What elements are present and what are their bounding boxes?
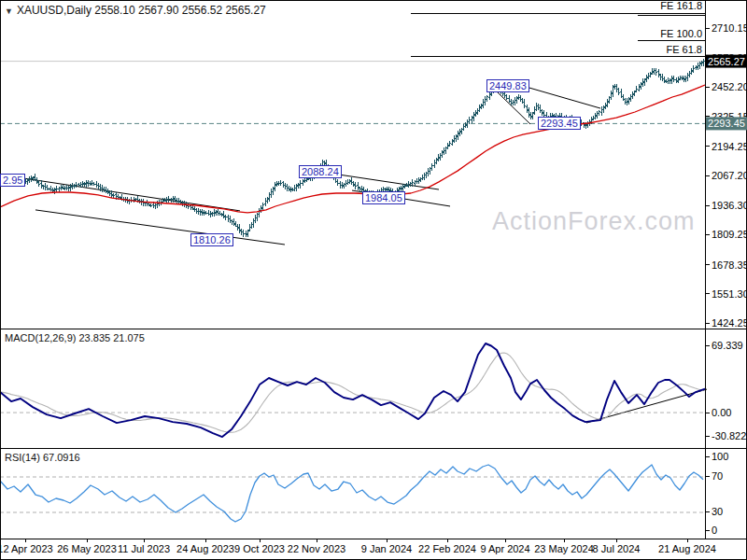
- rsi-axis-label: 100: [712, 451, 728, 462]
- chart-border: [1, 1, 747, 560]
- price-label-1810.26[interactable]: 1810.26: [190, 233, 233, 246]
- price-axis-label: 1551.30: [712, 288, 747, 300]
- price-axis-label: 1809.25: [712, 229, 747, 240]
- fib-extension-label: FE 61.8: [666, 44, 702, 55]
- collapse-icon[interactable]: ▼: [5, 7, 13, 16]
- price-axis-label: 2710.15: [712, 22, 747, 34]
- fib-extension-label: FE 100.0: [660, 28, 702, 39]
- date-axis-label: 9 Jan 2024: [361, 543, 412, 554]
- rsi-axis-label: 30: [712, 506, 723, 517]
- price-label-2088.24[interactable]: 2088.24: [299, 165, 342, 178]
- rsi-axis-label: 0: [712, 525, 717, 536]
- trendline[interactable]: [497, 91, 530, 124]
- rsi-indicator-label: RSI(14) 67.0916: [5, 452, 80, 463]
- chart-window: ActionForex.com FE 161.8FE 100.0FE 61.82…: [0, 0, 747, 560]
- date-axis-label: 9 Oct 2023: [234, 543, 285, 554]
- date-axis-label: 22 Feb 2024: [418, 543, 476, 554]
- macd-main-line: [0, 343, 705, 437]
- date-axis-label: 24 Aug 2023: [176, 543, 234, 554]
- chart-title: ▼XAUUSD,Daily 2558.10 2567.90 2556.52 25…: [5, 4, 266, 17]
- fib-extension-label: FE 161.8: [660, 0, 702, 11]
- candlestick-series: [1, 59, 705, 238]
- date-axis-label: 22 Nov 2023: [288, 543, 345, 554]
- price-axis-label: 2194.25: [712, 141, 747, 152]
- rsi-axis-label: 70: [712, 470, 723, 482]
- current-price-box-label: 2565.27: [708, 56, 745, 67]
- date-axis-label: 9 Apr 2024: [480, 543, 529, 554]
- date-axis-label: 8 Jul 2024: [593, 543, 641, 554]
- macd-axis-label: -30.822: [712, 430, 746, 441]
- price-label-1984.05[interactable]: 1984.05: [362, 191, 405, 204]
- price-axis-label: 1936.30: [712, 200, 747, 211]
- price-label-2293.45[interactable]: 2293.45: [538, 117, 581, 130]
- moving-average-line[interactable]: [0, 85, 705, 213]
- support-level-box-label: 2293.45: [708, 118, 745, 129]
- price-axis-label: 1424.25: [712, 317, 747, 329]
- macd-axis-label: 69.339: [712, 340, 743, 351]
- trendline[interactable]: [35, 210, 285, 245]
- symbol-period-label: XAUUSD,Daily: [17, 4, 92, 17]
- date-axis-label: 26 May 2023: [57, 543, 117, 554]
- date-axis-label: 21 Aug 2024: [658, 543, 716, 554]
- trendline[interactable]: [11, 176, 240, 211]
- macd-indicator-label: MACD(12,26,9) 23.835 21.075: [5, 332, 145, 343]
- price-axis-label: 1678.35: [712, 259, 747, 271]
- price-label-2.95[interactable]: 2.95: [0, 174, 25, 187]
- rsi-line: [0, 465, 703, 522]
- ohlc-values: 2558.10 2567.90 2556.52 2565.27: [94, 4, 266, 17]
- price-axis-label: 2452.20: [712, 81, 747, 92]
- date-axis-label: 11 Jul 2023: [118, 543, 170, 554]
- date-axis-label: 23 May 2024: [534, 543, 594, 554]
- chart-canvas[interactable]: FE 161.8FE 100.0FE 61.82710.152578.25245…: [0, 0, 747, 560]
- date-axis-label: 12 Apr 2023: [0, 543, 53, 554]
- macd-axis-label: 0.00: [712, 407, 731, 418]
- price-label-2449.83[interactable]: 2449.83: [486, 79, 529, 92]
- price-axis-label: 2067.20: [712, 170, 747, 181]
